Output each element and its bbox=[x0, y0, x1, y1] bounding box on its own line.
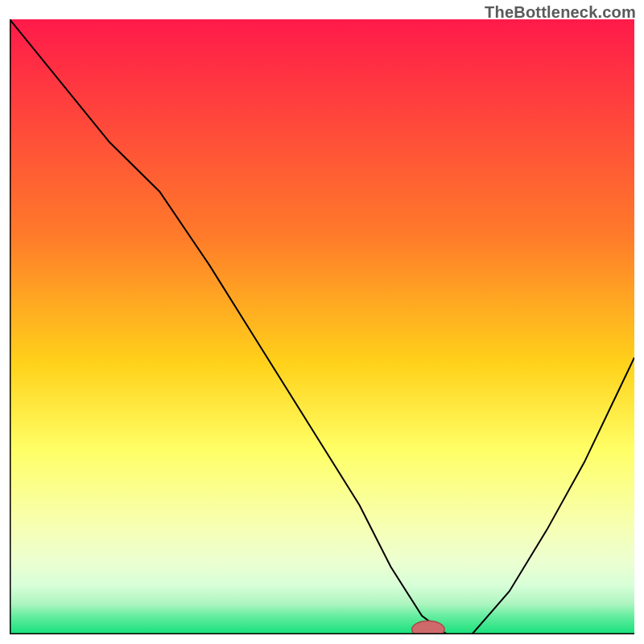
gradient-background bbox=[10, 19, 634, 634]
plot-area bbox=[10, 19, 634, 634]
chart-svg bbox=[10, 19, 634, 634]
optimum-marker bbox=[412, 621, 444, 634]
chart-container: TheBottleneck.com bbox=[0, 0, 644, 644]
